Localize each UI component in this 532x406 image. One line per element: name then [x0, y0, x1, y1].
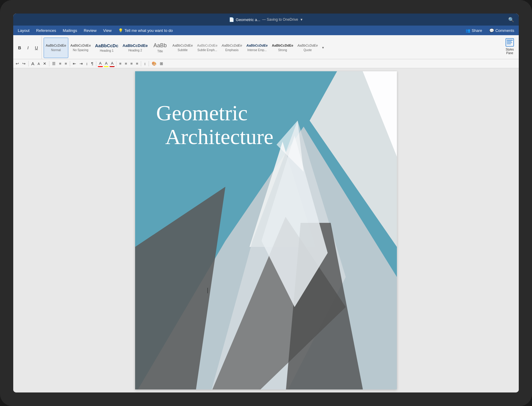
sep4: [96, 61, 96, 66]
underline-button[interactable]: U: [32, 44, 40, 52]
sep7: [149, 61, 149, 66]
svg-rect-0: [507, 40, 513, 41]
style-heading1[interactable]: AaBbCcDc Heading 1: [93, 38, 121, 58]
title-bar-center: 📄 Geometric a... — Saving to OneDrive ▼: [229, 17, 303, 22]
sep5: [116, 61, 116, 66]
style-heading2-label: Heading 2: [128, 49, 142, 52]
style-no-spacing-preview: AaBbCcDdEe: [70, 44, 91, 48]
style-intense-emph[interactable]: AaBbCcDdEe Intense Emp...: [244, 38, 270, 58]
lightbulb-icon: 💡: [118, 28, 123, 33]
share-icon: 👥: [466, 28, 470, 33]
style-subtitle[interactable]: AaBbCcDdEe Subtitle: [170, 38, 195, 58]
style-intense-emph-label: Intense Emp...: [247, 48, 267, 52]
align-right-button[interactable]: ≡: [129, 60, 134, 67]
style-heading1-label: Heading 1: [100, 49, 114, 52]
screen: 📄 Geometric a... — Saving to OneDrive ▼ …: [13, 14, 519, 392]
sep2: [49, 61, 49, 66]
tell-me-text: Tell me what you want to do: [125, 28, 173, 33]
sep3: [70, 61, 70, 66]
style-heading2[interactable]: AaBbCcDdEe Heading 2: [120, 38, 150, 58]
italic-button[interactable]: I: [24, 44, 32, 52]
style-subtle-emph-label: Subtle Emph...: [197, 48, 217, 52]
styles-gallery: AaBbCcDdEe Normal AaBbCcDdEe No Spacing …: [42, 36, 501, 59]
document-title: Geometric Architecture: [156, 101, 274, 149]
save-status: — Saving to OneDrive: [262, 17, 298, 22]
bold-button[interactable]: B: [16, 44, 23, 52]
style-subtle-emph-preview: AaBbCcDdEe: [197, 44, 218, 48]
formatting-toolbar: ↩ ↪ A A ✕ ☰ ≡ ≡ ⇤ ⇥ ↕ ¶ A A A ≡: [13, 59, 519, 68]
style-subtitle-label: Subtitle: [178, 48, 187, 52]
document-icon: 📄: [229, 17, 234, 22]
document-area: Geometric Architecture: [13, 68, 519, 392]
styles-scroll-more[interactable]: ▼: [320, 38, 326, 58]
svg-rect-3: [507, 44, 511, 44]
share-button[interactable]: 👥 Share: [462, 27, 485, 34]
style-normal[interactable]: AaBbCcDdEe Normal: [44, 38, 68, 58]
shading-button[interactable]: 🎨: [150, 60, 158, 67]
highlight-color-button[interactable]: A: [104, 60, 109, 67]
style-subtle-emph[interactable]: AaBbCcDdEe Subtle Emph...: [195, 38, 220, 58]
menu-bar: Layout References Mailings Review View 💡…: [13, 26, 519, 35]
borders-button[interactable]: ⊞: [159, 60, 164, 67]
bullets-button[interactable]: ☰: [51, 60, 57, 67]
comments-icon: 💬: [489, 28, 494, 33]
style-strong-preview: AaBbCcDdEe: [272, 44, 293, 48]
laptop-frame: 📄 Geometric a... — Saving to OneDrive ▼ …: [0, 0, 532, 406]
undo-button[interactable]: ↩: [14, 60, 20, 67]
menu-item-mailings[interactable]: Mailings: [60, 27, 80, 34]
svg-rect-1: [507, 41, 512, 42]
search-button[interactable]: 🔍: [508, 17, 514, 23]
menu-item-references[interactable]: References: [33, 27, 59, 34]
style-quote[interactable]: AaBbCcDdEe Quote: [295, 38, 320, 58]
style-quote-label: Quote: [304, 48, 312, 52]
decrease-indent-button[interactable]: ⇤: [72, 60, 77, 67]
justify-button[interactable]: ≡: [135, 60, 140, 67]
comments-label: Comments: [495, 28, 514, 33]
tell-me-bar[interactable]: 💡 Tell me what you want to do: [115, 27, 176, 34]
sep6: [141, 61, 141, 66]
numbered-list-button[interactable]: ≡: [58, 60, 63, 67]
style-heading2-preview: AaBbCcDdEe: [122, 43, 148, 48]
style-strong-label: Strong: [278, 48, 287, 52]
style-title[interactable]: AaBb Title: [150, 38, 170, 58]
doc-title: Geometric a...: [236, 17, 261, 22]
styles-ribbon: B I U AaBbCcDdEe Normal AaBbCcDdEe No Sp…: [13, 35, 519, 59]
menu-right-actions: 👥 Share 💬 Comments: [462, 27, 517, 34]
sort-button[interactable]: ↕: [85, 60, 89, 67]
ribbon-toolbar-left: B I U: [14, 36, 42, 59]
increase-indent-button[interactable]: ⇥: [78, 60, 84, 67]
style-no-spacing-label: No Spacing: [73, 48, 88, 52]
comments-button[interactable]: 💬 Comments: [486, 27, 517, 34]
style-no-spacing[interactable]: AaBbCcDdEe No Spacing: [68, 38, 93, 58]
align-center-button[interactable]: ≡: [124, 60, 128, 67]
style-intense-emph-preview: AaBbCcDdEe: [246, 44, 268, 48]
show-paragraph-button[interactable]: ¶: [90, 60, 94, 67]
document-cover: Geometric Architecture: [135, 71, 397, 389]
clear-format-button[interactable]: ✕: [42, 60, 48, 67]
style-quote-preview: AaBbCcDdEe: [298, 44, 318, 48]
styles-pane-icon: [506, 38, 514, 47]
style-emphasis[interactable]: AaBbCcDdEe Emphasis: [220, 38, 244, 58]
font-size-decrease[interactable]: A: [30, 60, 36, 67]
line-spacing-button[interactable]: ↕: [143, 60, 147, 67]
text-color-button[interactable]: A: [110, 60, 115, 67]
cursor-position: [207, 288, 208, 293]
title-bar: 📄 Geometric a... — Saving to OneDrive ▼ …: [13, 14, 519, 26]
style-subtitle-preview: AaBbCcDdEe: [172, 44, 193, 48]
styles-pane-button[interactable]: StylesPane: [502, 36, 518, 57]
menu-item-view[interactable]: View: [100, 27, 115, 34]
style-strong[interactable]: AaBbCcDdEe Strong: [270, 38, 295, 58]
font-size-increase[interactable]: A: [36, 60, 41, 67]
svg-rect-2: [507, 42, 512, 43]
redo-button[interactable]: ↪: [21, 60, 27, 67]
document-page[interactable]: Geometric Architecture: [135, 71, 397, 389]
align-left-button[interactable]: ≡: [118, 60, 123, 67]
style-title-preview: AaBb: [153, 42, 167, 49]
style-normal-label: Normal: [51, 48, 61, 52]
menu-item-layout[interactable]: Layout: [15, 27, 32, 34]
multilevel-list-button[interactable]: ≡: [63, 60, 68, 67]
save-dropdown-icon[interactable]: ▼: [300, 18, 303, 21]
font-color-button[interactable]: A: [98, 60, 103, 67]
menu-item-review[interactable]: Review: [81, 27, 100, 34]
style-heading1-preview: AaBbCcDc: [95, 43, 119, 48]
